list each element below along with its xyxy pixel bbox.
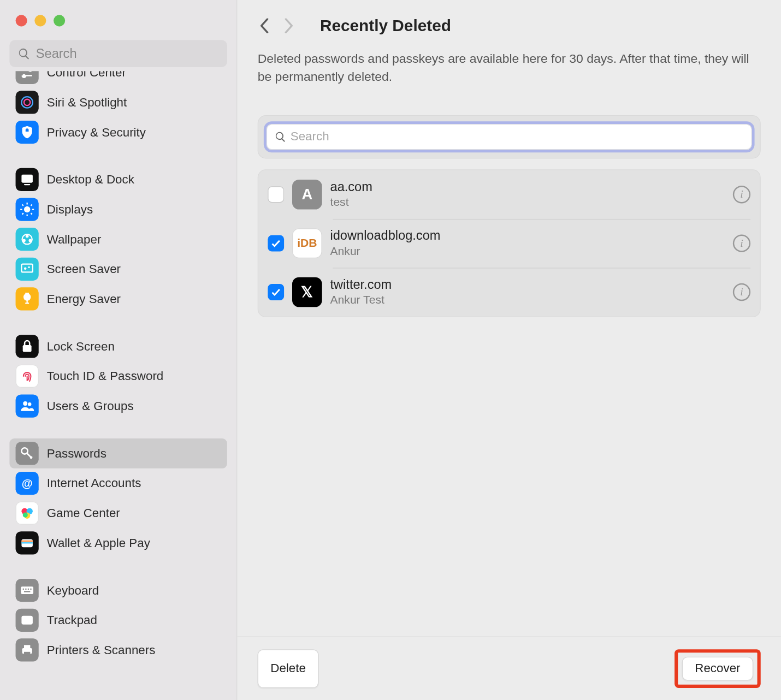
- password-list: Aaa.comtestiiDBidownloadblog.comAnkuri𝕏t…: [258, 169, 761, 317]
- sidebar-item-printers-scanners[interactable]: Printers & Scanners: [9, 635, 227, 665]
- page-description: Deleted passwords and passkeys are avail…: [237, 40, 781, 85]
- sidebar-item-touchid-password[interactable]: Touch ID & Password: [9, 361, 227, 391]
- passwords-icon: [16, 442, 39, 465]
- sidebar-item-game-center[interactable]: Game Center: [9, 498, 227, 528]
- svg-rect-22: [23, 345, 32, 352]
- info-button[interactable]: i: [733, 234, 750, 252]
- sidebar-item-label: Wallpaper: [47, 232, 102, 246]
- content-search-container: [258, 115, 761, 158]
- row-checkbox[interactable]: [268, 186, 284, 203]
- row-user: Ankur Test: [330, 293, 725, 307]
- sidebar-item-energy-saver[interactable]: Energy Saver: [9, 284, 227, 314]
- site-icon: A: [292, 180, 322, 210]
- internet-accounts-icon: @: [16, 472, 39, 495]
- trackpad-icon: [16, 609, 39, 632]
- control-center-icon: [16, 71, 39, 84]
- sidebar-item-displays[interactable]: Displays: [9, 194, 227, 224]
- keyboard-icon: [16, 579, 39, 602]
- sidebar-item-keyboard[interactable]: Keyboard: [9, 576, 227, 606]
- users-groups-icon: [16, 394, 39, 417]
- row-site: idownloadblog.com: [330, 228, 725, 243]
- content-search[interactable]: [267, 124, 752, 150]
- row-site: twitter.com: [330, 277, 725, 292]
- sidebar-item-privacy-security[interactable]: Privacy & Security: [9, 117, 227, 147]
- password-row[interactable]: iDBidownloadblog.comAnkuri: [258, 219, 760, 268]
- siri-spotlight-icon: [16, 91, 39, 114]
- svg-text:@: @: [22, 477, 33, 489]
- site-icon: iDB: [292, 228, 322, 258]
- window-controls: [0, 15, 236, 26]
- sidebar-item-label: Printers & Scanners: [47, 643, 156, 657]
- desktop-dock-icon: [16, 168, 39, 191]
- sidebar-item-trackpad[interactable]: Trackpad: [9, 605, 227, 635]
- svg-point-30: [23, 513, 28, 518]
- wallet-apple-pay-icon: [16, 531, 39, 554]
- site-icon: 𝕏: [292, 277, 322, 307]
- sidebar-item-desktop-dock[interactable]: Desktop & Dock: [9, 165, 227, 195]
- sidebar-item-internet-accounts[interactable]: @Internet Accounts: [9, 468, 227, 499]
- sidebar-list: Control CenterSiri & SpotlightPrivacy & …: [0, 71, 236, 665]
- row-checkbox[interactable]: [268, 235, 284, 251]
- sidebar-item-wallet-apple-pay[interactable]: Wallet & Apple Pay: [9, 528, 227, 558]
- touchid-password-icon: [16, 365, 39, 388]
- minimize-window-icon[interactable]: [34, 15, 46, 26]
- svg-rect-34: [21, 586, 33, 594]
- svg-point-18: [28, 239, 32, 242]
- close-window-icon[interactable]: [16, 15, 27, 26]
- sidebar-item-label: Screen Saver: [47, 262, 121, 276]
- delete-button[interactable]: Delete: [258, 649, 319, 688]
- sidebar-item-label: Displays: [47, 203, 93, 217]
- privacy-security-icon: [16, 121, 39, 144]
- svg-rect-39: [24, 591, 30, 592]
- svg-point-2: [21, 97, 32, 108]
- svg-rect-38: [30, 589, 31, 590]
- sidebar-item-screen-saver[interactable]: Screen Saver: [9, 254, 227, 284]
- sidebar-search-input[interactable]: [36, 46, 219, 61]
- search-icon: [17, 47, 31, 60]
- footer-toolbar: Delete Recover: [237, 637, 781, 700]
- sidebar-item-label: Internet Accounts: [47, 476, 141, 490]
- svg-rect-19: [21, 264, 32, 272]
- content-search-input[interactable]: [291, 129, 744, 144]
- sidebar-item-label: Game Center: [47, 506, 120, 520]
- svg-point-24: [28, 402, 31, 406]
- svg-point-16: [26, 235, 29, 238]
- sidebar-search[interactable]: [9, 40, 227, 67]
- fullscreen-window-icon[interactable]: [54, 15, 65, 26]
- svg-line-14: [31, 204, 32, 205]
- energy-saver-icon: [16, 287, 39, 310]
- password-row[interactable]: 𝕏twitter.comAnkur Testi: [258, 268, 760, 316]
- svg-rect-33: [21, 542, 32, 543]
- sidebar-item-control-center[interactable]: Control Center: [9, 71, 227, 87]
- sidebar-item-passwords[interactable]: Passwords: [9, 438, 227, 468]
- info-button[interactable]: i: [733, 186, 750, 203]
- sidebar-item-lock-screen[interactable]: Lock Screen: [9, 331, 227, 361]
- svg-rect-43: [24, 652, 30, 656]
- svg-point-1: [22, 74, 26, 78]
- svg-point-3: [24, 99, 30, 105]
- info-button[interactable]: i: [733, 283, 750, 301]
- sidebar: Control CenterSiri & SpotlightPrivacy & …: [0, 0, 237, 700]
- svg-rect-32: [21, 541, 32, 542]
- back-button[interactable]: [256, 17, 273, 34]
- recover-button[interactable]: Recover: [682, 657, 753, 680]
- row-checkbox[interactable]: [268, 284, 284, 300]
- svg-line-11: [22, 204, 23, 205]
- svg-rect-4: [21, 175, 32, 183]
- sidebar-item-users-groups[interactable]: Users & Groups: [9, 391, 227, 421]
- password-row[interactable]: Aaa.comtesti: [258, 170, 760, 218]
- sidebar-item-label: Privacy & Security: [47, 125, 146, 139]
- sidebar-item-label: Trackpad: [47, 613, 97, 627]
- sidebar-item-label: Energy Saver: [47, 292, 121, 306]
- printers-scanners-icon: [16, 638, 39, 661]
- search-icon: [275, 130, 287, 143]
- svg-rect-36: [25, 589, 26, 590]
- sidebar-item-wallpaper[interactable]: Wallpaper: [9, 224, 227, 254]
- svg-point-23: [23, 401, 27, 406]
- sidebar-item-siri-spotlight[interactable]: Siri & Spotlight: [9, 87, 227, 117]
- forward-button[interactable]: [281, 17, 297, 34]
- row-site: aa.com: [330, 180, 725, 194]
- svg-line-13: [22, 213, 23, 214]
- sidebar-item-label: Touch ID & Password: [47, 369, 164, 383]
- sidebar-item-label: Desktop & Dock: [47, 173, 134, 187]
